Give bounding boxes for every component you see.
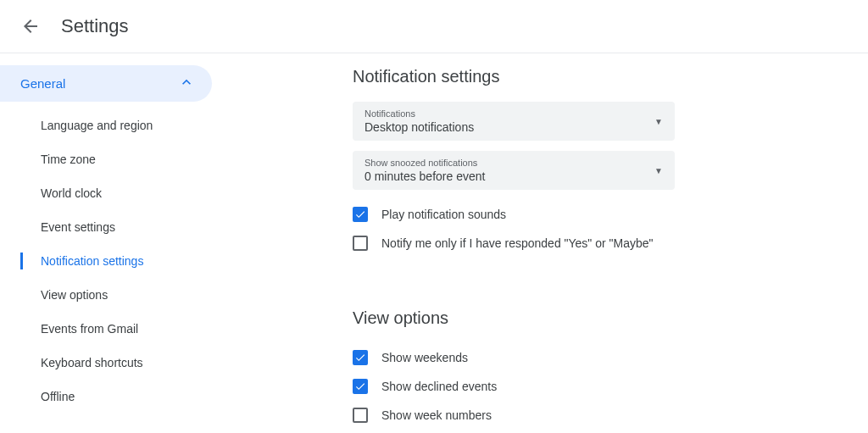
header: Settings (0, 0, 868, 53)
sidebar-item-label: Time zone (41, 153, 96, 166)
checkbox-icon (353, 350, 368, 365)
sidebar-item-notification-settings[interactable]: Notification settings (0, 244, 217, 278)
sidebar-item-language-and-region[interactable]: Language and region (0, 108, 217, 142)
caret-down-icon: ▼ (654, 166, 663, 175)
notification-settings-section: Notification settings NotificationsDeskt… (353, 67, 834, 258)
sidebar-item-world-clock[interactable]: World clock (0, 176, 217, 210)
chevron-up-icon (178, 74, 195, 93)
view-options-section: View options Show weekendsShow declined … (353, 308, 834, 430)
checkbox-row-notify-me-only-if-i-have-responded-yes-or-maybe[interactable]: Notify me only if I have responded "Yes"… (353, 229, 834, 258)
section-title-notifications: Notification settings (353, 67, 834, 86)
checkbox-row-show-week-numbers[interactable]: Show week numbers (353, 401, 834, 430)
sidebar-item-label: Language and region (41, 119, 153, 132)
checkbox-icon (353, 379, 368, 394)
sidebar-item-view-options[interactable]: View options (0, 278, 217, 312)
sidebar-item-offline[interactable]: Offline (0, 380, 217, 414)
sidebar-section-general[interactable]: General (0, 65, 212, 102)
sidebar-item-label: View options (41, 288, 108, 302)
checkbox-label: Show week numbers (381, 408, 492, 422)
checkbox-label: Play notification sounds (381, 208, 506, 221)
select-notifications[interactable]: NotificationsDesktop notifications▼ (353, 102, 675, 141)
checkbox-icon (353, 408, 368, 423)
sidebar-item-label: Keyboard shortcuts (41, 356, 143, 369)
checkbox-row-show-weekends[interactable]: Show weekends (353, 343, 834, 372)
section-title-view-options: View options (353, 308, 834, 328)
caret-down-icon: ▼ (654, 117, 663, 126)
page-title: Settings (61, 15, 129, 37)
main-panel: Notification settings NotificationsDeskt… (217, 53, 868, 433)
sidebar-item-event-settings[interactable]: Event settings (0, 210, 217, 244)
sidebar-item-label: Offline (41, 390, 75, 403)
sidebar-item-keyboard-shortcuts[interactable]: Keyboard shortcuts (0, 346, 217, 380)
checkbox-label: Show declined events (381, 380, 497, 393)
sidebar-header-label: General (20, 76, 65, 91)
checkbox-label: Notify me only if I have responded "Yes"… (381, 236, 654, 250)
sidebar: General Language and regionTime zoneWorl… (0, 53, 217, 433)
select-show-snoozed-notifications[interactable]: Show snoozed notifications0 minutes befo… (353, 151, 675, 190)
sidebar-item-label: Events from Gmail (41, 322, 138, 336)
content: General Language and regionTime zoneWorl… (0, 53, 868, 433)
select-value: 0 minutes before event (364, 169, 485, 183)
checkbox-row-play-notification-sounds[interactable]: Play notification sounds (353, 200, 834, 229)
select-value: Desktop notifications (364, 120, 474, 134)
checkbox-row-show-declined-events[interactable]: Show declined events (353, 372, 834, 401)
checkbox-label: Show weekends (381, 351, 468, 364)
checkbox-icon (353, 207, 368, 222)
select-label: Notifications (364, 108, 474, 119)
select-label: Show snoozed notifications (364, 158, 485, 168)
checkbox-icon (353, 236, 368, 251)
sidebar-item-time-zone[interactable]: Time zone (0, 142, 217, 176)
sidebar-item-label: Notification settings (41, 254, 143, 268)
back-arrow-icon[interactable] (20, 16, 41, 36)
sidebar-item-events-from-gmail[interactable]: Events from Gmail (0, 312, 217, 346)
sidebar-item-label: Event settings (41, 220, 115, 234)
sidebar-item-label: World clock (41, 186, 102, 200)
